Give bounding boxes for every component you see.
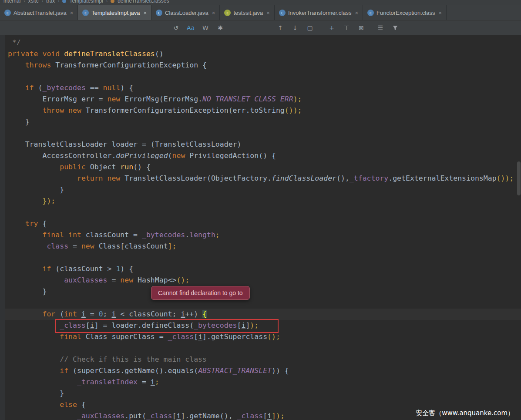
test-class-icon: c xyxy=(224,10,231,16)
breadcrumb-separator: › xyxy=(24,0,25,3)
code-line: AccessController.doPrivileged(new Privil… xyxy=(0,150,521,161)
filter-icon[interactable] xyxy=(389,23,401,33)
code-line xyxy=(0,71,521,82)
editor-tab[interactable]: ctestssit.java× xyxy=(220,5,275,20)
close-icon[interactable]: × xyxy=(70,10,74,16)
code-line: public Object run() { xyxy=(0,161,521,173)
breadcrumb-item[interactable]: TemplatesImpl xyxy=(69,0,103,4)
tab-label: InvokerTransformer.class xyxy=(288,10,351,16)
code-line: return new TransletClassLoader(ObjectFac… xyxy=(0,173,521,184)
breadcrumb-item[interactable]: xsltc xyxy=(28,0,39,4)
code-line xyxy=(0,297,521,309)
breadcrumb-row: internal›xsltc›trax›TemplatesImpl›define… xyxy=(0,0,521,5)
toolbar-group-navigation: ↑↓▢ xyxy=(274,23,316,33)
match-case-icon[interactable]: Aa xyxy=(185,23,197,33)
code-line: private void defineTransletClasses() xyxy=(0,48,521,60)
code-line: } xyxy=(0,388,521,399)
code-line: if (superClass.getName().equals(ABSTRACT… xyxy=(0,365,521,376)
breadcrumb-item[interactable]: trax xyxy=(46,0,55,4)
editor-tab[interactable]: cClassLoader.java× xyxy=(151,5,220,20)
toolbar-group-filter: ☰ xyxy=(374,23,401,33)
scrollbar-thumb[interactable] xyxy=(517,161,521,195)
code-line xyxy=(0,252,521,263)
code-line: for (int i = 0; i < classCount; i++) { xyxy=(0,309,521,320)
code-line: // Check if this is the main class xyxy=(0,354,521,365)
breadcrumb-separator: › xyxy=(106,0,108,3)
regex-icon[interactable]: ✱ xyxy=(214,23,226,33)
code-line: try { xyxy=(0,218,521,229)
code-line: _class = new Class[classCount]; xyxy=(0,241,521,252)
tab-label: ClassLoader.java xyxy=(165,10,208,16)
close-icon[interactable]: × xyxy=(212,10,215,16)
code-line: } xyxy=(0,116,521,128)
breadcrumb-separator: › xyxy=(58,0,59,3)
editor-gutter xyxy=(0,35,5,420)
code-line: final int classCount = _bytecodes.length… xyxy=(0,229,521,241)
tooltip-text: Cannot find declaration to go to xyxy=(158,289,243,296)
tab-label: AbstractTranslet.java xyxy=(13,10,67,16)
reset-icon[interactable]: ↺ xyxy=(170,23,182,33)
class-icon: c xyxy=(279,10,286,16)
add-occurrence-icon[interactable]: + xyxy=(326,23,338,33)
toolbar-group-multicaret: +⊤⊠ xyxy=(326,23,367,33)
select-all-occurrences-icon[interactable]: ⊠ xyxy=(355,23,367,33)
code-line: } xyxy=(0,184,521,195)
code-line: throws TransformerConfigurationException… xyxy=(0,60,521,71)
code-line xyxy=(0,128,521,139)
watermark: 安全客（www.anquanke.com） xyxy=(416,409,514,417)
remove-occurrence-icon[interactable]: ⊤ xyxy=(340,23,353,33)
method-icon xyxy=(111,0,114,3)
editor-tab-bar: cAbstractTranslet.java×cTemplatesImpl.ja… xyxy=(0,5,521,20)
code-line: } xyxy=(0,286,521,297)
editor-tab[interactable]: cFunctorException.class× xyxy=(363,5,447,20)
breadcrumb: internal›xsltc›trax›TemplatesImpl›define… xyxy=(0,0,521,5)
next-occurrence-icon[interactable]: ↓ xyxy=(289,23,301,33)
declaration-tooltip: Cannot find declaration to go to xyxy=(151,286,250,300)
code-line: throw new TransformerConfigurationExcept… xyxy=(0,105,521,116)
editor-tab[interactable]: cTemplatesImpl.java× xyxy=(78,5,151,20)
code-line: ErrorMsg err = new ErrorMsg(ErrorMsg.NO_… xyxy=(0,94,521,105)
code-editor[interactable]: */private void defineTransletClasses() t… xyxy=(0,35,521,420)
class-icon: c xyxy=(367,10,374,16)
breadcrumb-item[interactable]: internal xyxy=(3,0,20,4)
breadcrumb-separator: › xyxy=(42,0,43,3)
find-toolbar: ↺AaW✱↑↓▢+⊤⊠☰ xyxy=(0,20,521,35)
editor-tab[interactable]: cInvokerTransformer.class× xyxy=(275,5,363,20)
code-line: }); xyxy=(0,195,521,207)
code-line: _transletIndex = i; xyxy=(0,376,521,388)
code-line: if (_bytecodes == null) { xyxy=(0,82,521,94)
code-area: */private void defineTransletClasses() t… xyxy=(0,35,521,420)
breadcrumb-item[interactable]: defineTransletClasses xyxy=(118,0,169,4)
code-line xyxy=(0,207,521,218)
code-line: _auxClasses = new HashMap<>(); xyxy=(0,275,521,286)
close-icon[interactable]: × xyxy=(144,10,147,16)
tab-label: testssit.java xyxy=(233,10,263,16)
class-icon: c xyxy=(82,10,89,16)
highlight-red-box xyxy=(55,319,279,333)
close-icon[interactable]: × xyxy=(438,10,442,16)
ide-window: internal›xsltc›trax›TemplatesImpl›define… xyxy=(0,0,521,420)
code-line: TransletClassLoader loader = (TransletCl… xyxy=(0,139,521,150)
close-icon[interactable]: × xyxy=(355,10,358,16)
editor-tab[interactable]: cAbstractTranslet.java× xyxy=(0,5,78,20)
multiline-search-icon[interactable]: ☰ xyxy=(374,23,387,33)
prev-occurrence-icon[interactable]: ↑ xyxy=(274,23,286,33)
code-line xyxy=(0,343,521,354)
class-icon: c xyxy=(4,10,11,16)
tab-label: FunctorException.class xyxy=(376,10,435,16)
code-line: if (classCount > 1) { xyxy=(0,263,521,275)
find-in-selection-icon[interactable]: ▢ xyxy=(304,23,316,33)
code-line: */ xyxy=(0,37,521,48)
class-icon: c xyxy=(156,10,162,16)
class-icon xyxy=(62,0,66,3)
toolbar-group-find-options: ↺AaW✱ xyxy=(170,23,226,33)
close-icon[interactable]: × xyxy=(266,10,270,16)
whole-words-icon[interactable]: W xyxy=(199,23,212,33)
tab-label: TemplatesImpl.java xyxy=(91,10,140,16)
